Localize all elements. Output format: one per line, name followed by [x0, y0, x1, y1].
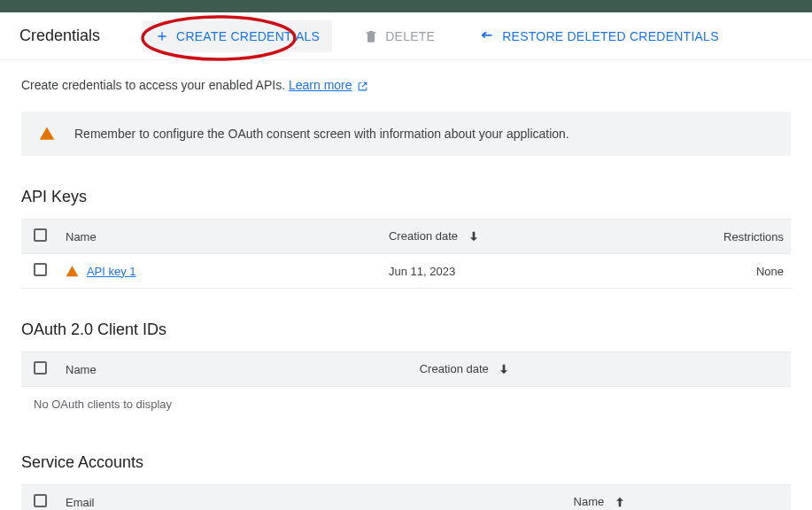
content-area: Create credentials to access your enable…	[0, 60, 812, 510]
col-name[interactable]: Name	[567, 485, 791, 511]
page-title: Credentials	[19, 27, 100, 45]
create-credentials-button[interactable]: CREATE CREDENTIALS	[143, 20, 332, 52]
oauth-title: OAuth 2.0 Client IDs	[21, 321, 791, 339]
col-name[interactable]: Name	[58, 352, 413, 387]
col-name[interactable]: Name	[58, 220, 382, 254]
service-accounts-title: Service Accounts	[21, 453, 791, 472]
col-email[interactable]: Email	[58, 485, 567, 511]
oauth-section: OAuth 2.0 Client IDs Name Creation date …	[21, 321, 791, 421]
table-header-row: Email Name	[21, 485, 791, 511]
top-strip	[0, 0, 812, 12]
table-row: API key 1 Jun 11, 2023 None	[21, 254, 791, 289]
restore-icon	[479, 29, 495, 43]
oauth-table: Name Creation date	[21, 352, 791, 387]
consent-banner: Remember to configure the OAuth consent …	[21, 112, 791, 156]
header-bar: Credentials CREATE CREDENTIALS DELETE RE…	[0, 12, 812, 60]
arrow-down-icon	[497, 362, 511, 376]
api-keys-table: Name Creation date Restrictions	[21, 219, 791, 289]
row-checkbox[interactable]	[34, 263, 47, 276]
col-creation-date[interactable]: Creation date	[382, 220, 705, 254]
col-restrictions[interactable]: Restrictions	[705, 220, 791, 254]
learn-more-link[interactable]: Learn more	[289, 78, 352, 92]
delete-button[interactable]: DELETE	[352, 20, 447, 52]
plus-icon	[155, 29, 169, 43]
arrow-down-icon	[467, 229, 481, 243]
select-all-checkbox[interactable]	[34, 228, 47, 242]
delete-label: DELETE	[385, 29, 435, 43]
col-creation-date[interactable]: Creation date	[413, 352, 791, 387]
cell-creation-date: Jun 11, 2023	[382, 254, 705, 289]
intro-sentence: Create credentials to access your enable…	[21, 78, 289, 92]
oauth-empty-text: No OAuth clients to display	[21, 387, 791, 421]
restore-label: RESTORE DELETED CREDENTIALS	[502, 29, 719, 43]
warning-icon	[39, 126, 55, 142]
restore-deleted-button[interactable]: RESTORE DELETED CREDENTIALS	[467, 20, 731, 52]
api-keys-title: API Keys	[21, 188, 791, 206]
banner-text: Remember to configure the OAuth consent …	[74, 127, 569, 141]
table-header-row: Name Creation date Restrictions	[21, 220, 791, 254]
trash-icon	[364, 29, 378, 43]
service-accounts-table: Email Name	[21, 484, 791, 510]
table-header-row: Name Creation date	[21, 352, 791, 387]
external-link-icon	[357, 81, 368, 92]
api-keys-section: API Keys Name Creation date Restrictions	[21, 188, 791, 289]
select-all-checkbox[interactable]	[34, 361, 47, 375]
api-key-link[interactable]: API key 1	[87, 265, 136, 278]
intro-text: Create credentials to access your enable…	[21, 78, 791, 92]
create-credentials-label: CREATE CREDENTIALS	[176, 29, 320, 43]
select-all-checkbox[interactable]	[34, 494, 47, 507]
cell-restrictions: None	[705, 254, 791, 289]
service-accounts-section: Service Accounts Email Name No service a…	[21, 453, 791, 510]
warning-icon	[66, 265, 79, 278]
arrow-up-icon	[613, 495, 627, 509]
